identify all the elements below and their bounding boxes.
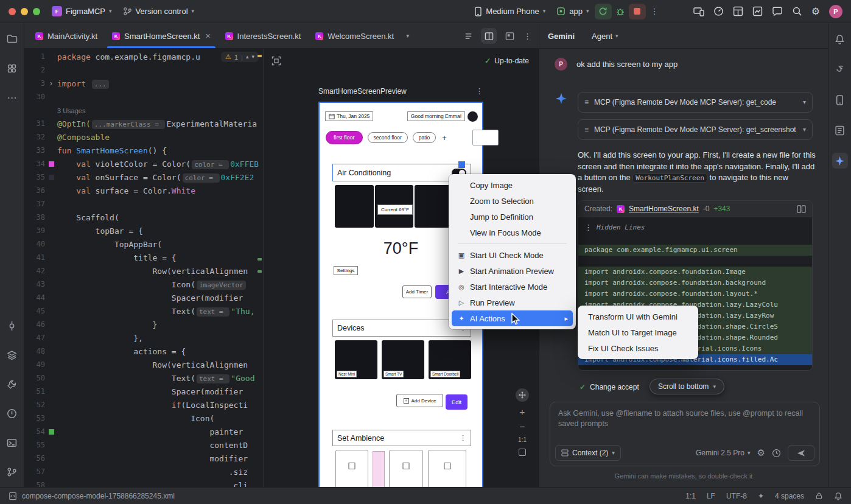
preview-options-icon[interactable]: ⋮ [475,86,483,96]
tool-call-chip[interactable]: ≡MCP (Figma Remote Dev Mode MCP Server):… [578,92,813,113]
chat-input-placeholder[interactable]: Ask Gemini, use @filename to attach sour… [550,402,819,435]
color-swatch[interactable] [49,161,54,167]
gemini-tool-icon[interactable] [832,153,848,169]
gemini-chat-icon[interactable] [772,6,783,16]
color-swatch[interactable] [49,175,54,180]
hidden-lines-row[interactable]: ⋮ Hidden Lines [578,221,812,234]
search-icon[interactable] [792,6,802,16]
editor-tab-mainactivity-kt[interactable]: KMainActivity.kt [28,24,105,48]
device-card-smart-tv[interactable]: Smart TV [382,340,424,379]
build-tool-icon[interactable] [4,376,20,392]
chevron-down-icon[interactable]: ▾ [803,97,806,107]
stripe-change-mark[interactable] [257,270,262,273]
open-diff-icon[interactable] [797,205,806,213]
more-run-actions-icon[interactable]: ⋮ [651,7,659,16]
hidden-tabs-chevron-icon[interactable]: ▾ [406,33,409,39]
selection-handle[interactable] [472,130,499,145]
commit-tool-icon[interactable] [4,318,20,334]
menu-item-copy-image[interactable]: Copy Image [452,177,573,193]
code-view-icon[interactable] [460,28,476,44]
stop-button[interactable] [629,4,646,19]
ambience-card[interactable] [335,450,368,487]
project-tool-icon[interactable] [4,31,20,47]
chat-input-container[interactable]: Ask Gemini, use @filename to attach sour… [550,402,820,466]
editor-options-icon[interactable]: ⋮ [524,32,531,41]
minimize-window-icon[interactable] [21,8,28,15]
stripe-warning-mark[interactable] [257,55,262,57]
layout-inspector-icon[interactable] [733,6,743,16]
profiler-icon[interactable] [713,6,724,16]
lock-icon[interactable] [815,492,823,500]
vcs-widget[interactable]: Version control ▾ [117,4,200,18]
scroll-to-bottom-button[interactable]: Scroll to bottom ▾ [650,379,724,394]
terminal-tool-icon[interactable] [4,435,20,450]
design-view-icon[interactable] [502,28,517,44]
prev-issue-icon[interactable]: ▴ [246,54,249,60]
run-config-selector[interactable]: app ▾ [551,4,594,18]
menu-item-view-in-focus-mode[interactable]: View in Focus Mode [452,225,573,240]
chat-settings-gear-icon[interactable]: ⚙ [757,447,765,458]
chevron-down-icon[interactable]: ▾ [803,125,806,135]
zoom-out-icon[interactable]: − [520,422,525,431]
menu-item-start-animation-preview[interactable]: ▶Start Animation Preview [452,263,573,279]
ai-spark-icon[interactable]: ✦ [758,492,764,500]
submenu-item-transform-ui-with-gemini[interactable]: Transform UI with Gemini [581,309,695,324]
color-swatch[interactable] [49,429,54,435]
menu-item-jump-to-definition[interactable]: Jump to Definition [452,209,573,225]
ambience-card[interactable] [373,451,385,487]
close-tab-icon[interactable]: × [205,31,210,41]
editor-tab-interestsscreen-kt[interactable]: KInterestsScreen.kt [218,24,309,48]
line-separator[interactable]: LF [707,492,715,500]
edit-button[interactable]: Edit [446,394,468,410]
pan-tool-icon[interactable] [516,388,529,402]
problems-tool-icon[interactable] [4,405,20,421]
zoom-level[interactable]: 1:1 [518,436,527,443]
floor-tab-second-floor[interactable]: second floor [368,132,408,143]
next-issue-icon[interactable]: ▾ [251,54,254,60]
menu-item-start-ui-check-mode[interactable]: ▣Start UI Check Mode [452,247,573,263]
model-selector[interactable]: Gemini 2.5 Pro ▾ [696,449,751,457]
device-selector[interactable]: Medium Phone ▾ [469,4,551,19]
cursor-position[interactable]: 1:1 [685,492,696,500]
ambience-card[interactable] [389,450,423,487]
split-view-icon[interactable] [481,28,497,44]
more-tool-windows-icon[interactable]: ⋯ [4,89,20,105]
indent-setting[interactable]: 4 spaces [775,492,804,500]
close-window-icon[interactable] [9,8,16,15]
run-button[interactable] [595,4,612,19]
project-widget[interactable]: F FigmaMCP ▾ [46,4,117,19]
assistant-tool-icon[interactable] [832,122,848,138]
notifications-bell-icon[interactable] [834,492,842,500]
file-encoding[interactable]: UTF-8 [726,492,747,500]
agent-tab[interactable]: Agent ▾ [592,32,618,41]
settings-gear-icon[interactable]: ⚙ [811,5,820,17]
status-file[interactable]: compose-compose-model-1758866285245.xml [22,492,175,500]
history-icon[interactable] [772,449,781,458]
device-card-nest-mini[interactable]: Nest Mini [335,340,377,379]
add-timer-button[interactable]: Add Timer [402,285,432,298]
debug-button[interactable] [612,4,629,19]
device-mirror-icon[interactable] [693,7,704,16]
menu-item-start-interactive-mode[interactable]: ◎Start Interactive Mode [452,279,573,295]
app-quality-insights-icon[interactable] [752,6,763,16]
profile-avatar[interactable] [468,111,478,122]
inspections-widget[interactable]: ⚠ 1 | ▴ ▾ [221,52,259,62]
created-filename-link[interactable]: SmartHomeScreen.kt [629,205,699,213]
ambience-options-icon[interactable]: ⋮ [460,434,466,442]
device-manager-tool-icon[interactable] [832,92,848,108]
build-variants-icon[interactable] [4,347,20,363]
version-control-tool-icon[interactable] [4,464,20,480]
preview-name[interactable]: SmartHomeScreenPreview [318,87,407,96]
send-button[interactable] [788,445,814,461]
ambience-section[interactable]: Set Ambience ⋮ [332,430,471,446]
context-chip[interactable]: Context (2) ▾ [555,445,621,461]
code-editor[interactable]: 1package com.example.figmamcp.u23›import… [24,49,264,487]
zoom-to-fit-icon[interactable] [519,449,526,456]
gradle-tool-icon[interactable] [832,61,848,77]
stripe-change-mark[interactable] [257,258,262,261]
settings-label[interactable]: Settings [334,266,358,275]
floor-tab-first-floor[interactable]: first floor [326,131,363,144]
device-card-smart-doorbell[interactable]: Smart Doorbell [429,340,471,379]
user-avatar[interactable]: P [829,5,842,18]
maximize-window-icon[interactable] [33,8,40,15]
